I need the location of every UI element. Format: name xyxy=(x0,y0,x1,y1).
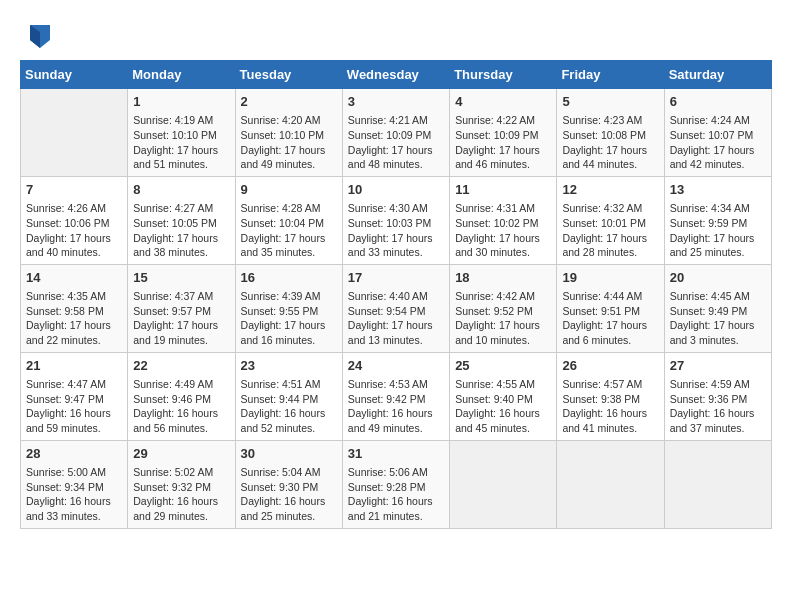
day-info: Sunrise: 4:21 AMSunset: 10:09 PMDaylight… xyxy=(348,113,444,172)
calendar-cell: 26Sunrise: 4:57 AMSunset: 9:38 PMDayligh… xyxy=(557,352,664,440)
day-number: 21 xyxy=(26,357,122,375)
calendar-cell: 7Sunrise: 4:26 AMSunset: 10:06 PMDayligh… xyxy=(21,176,128,264)
header-row: SundayMondayTuesdayWednesdayThursdayFrid… xyxy=(21,61,772,89)
day-info: Sunrise: 4:53 AMSunset: 9:42 PMDaylight:… xyxy=(348,377,444,436)
calendar-cell: 17Sunrise: 4:40 AMSunset: 9:54 PMDayligh… xyxy=(342,264,449,352)
logo xyxy=(20,20,52,50)
calendar-cell: 15Sunrise: 4:37 AMSunset: 9:57 PMDayligh… xyxy=(128,264,235,352)
week-row-4: 21Sunrise: 4:47 AMSunset: 9:47 PMDayligh… xyxy=(21,352,772,440)
day-number: 1 xyxy=(133,93,229,111)
calendar-cell: 19Sunrise: 4:44 AMSunset: 9:51 PMDayligh… xyxy=(557,264,664,352)
day-info: Sunrise: 4:49 AMSunset: 9:46 PMDaylight:… xyxy=(133,377,229,436)
day-info: Sunrise: 4:44 AMSunset: 9:51 PMDaylight:… xyxy=(562,289,658,348)
header-day-saturday: Saturday xyxy=(664,61,771,89)
calendar-cell: 20Sunrise: 4:45 AMSunset: 9:49 PMDayligh… xyxy=(664,264,771,352)
calendar-cell: 31Sunrise: 5:06 AMSunset: 9:28 PMDayligh… xyxy=(342,440,449,528)
day-number: 20 xyxy=(670,269,766,287)
week-row-5: 28Sunrise: 5:00 AMSunset: 9:34 PMDayligh… xyxy=(21,440,772,528)
day-number: 30 xyxy=(241,445,337,463)
calendar-cell xyxy=(21,89,128,177)
day-info: Sunrise: 5:04 AMSunset: 9:30 PMDaylight:… xyxy=(241,465,337,524)
day-number: 12 xyxy=(562,181,658,199)
day-info: Sunrise: 4:45 AMSunset: 9:49 PMDaylight:… xyxy=(670,289,766,348)
calendar-cell: 14Sunrise: 4:35 AMSunset: 9:58 PMDayligh… xyxy=(21,264,128,352)
calendar-cell xyxy=(450,440,557,528)
calendar-cell: 28Sunrise: 5:00 AMSunset: 9:34 PMDayligh… xyxy=(21,440,128,528)
calendar-cell: 11Sunrise: 4:31 AMSunset: 10:02 PMDaylig… xyxy=(450,176,557,264)
day-info: Sunrise: 4:51 AMSunset: 9:44 PMDaylight:… xyxy=(241,377,337,436)
day-number: 18 xyxy=(455,269,551,287)
calendar-cell: 1Sunrise: 4:19 AMSunset: 10:10 PMDayligh… xyxy=(128,89,235,177)
day-info: Sunrise: 4:37 AMSunset: 9:57 PMDaylight:… xyxy=(133,289,229,348)
day-info: Sunrise: 4:20 AMSunset: 10:10 PMDaylight… xyxy=(241,113,337,172)
calendar-cell: 29Sunrise: 5:02 AMSunset: 9:32 PMDayligh… xyxy=(128,440,235,528)
day-number: 29 xyxy=(133,445,229,463)
calendar-cell: 12Sunrise: 4:32 AMSunset: 10:01 PMDaylig… xyxy=(557,176,664,264)
day-info: Sunrise: 4:47 AMSunset: 9:47 PMDaylight:… xyxy=(26,377,122,436)
calendar-cell: 27Sunrise: 4:59 AMSunset: 9:36 PMDayligh… xyxy=(664,352,771,440)
day-number: 4 xyxy=(455,93,551,111)
day-number: 26 xyxy=(562,357,658,375)
calendar-cell: 4Sunrise: 4:22 AMSunset: 10:09 PMDayligh… xyxy=(450,89,557,177)
day-number: 31 xyxy=(348,445,444,463)
header-day-thursday: Thursday xyxy=(450,61,557,89)
week-row-2: 7Sunrise: 4:26 AMSunset: 10:06 PMDayligh… xyxy=(21,176,772,264)
day-number: 23 xyxy=(241,357,337,375)
day-info: Sunrise: 5:06 AMSunset: 9:28 PMDaylight:… xyxy=(348,465,444,524)
day-info: Sunrise: 4:57 AMSunset: 9:38 PMDaylight:… xyxy=(562,377,658,436)
header-day-monday: Monday xyxy=(128,61,235,89)
day-number: 25 xyxy=(455,357,551,375)
day-number: 6 xyxy=(670,93,766,111)
calendar-header: SundayMondayTuesdayWednesdayThursdayFrid… xyxy=(21,61,772,89)
day-info: Sunrise: 4:34 AMSunset: 9:59 PMDaylight:… xyxy=(670,201,766,260)
header-day-sunday: Sunday xyxy=(21,61,128,89)
day-number: 8 xyxy=(133,181,229,199)
calendar-cell: 24Sunrise: 4:53 AMSunset: 9:42 PMDayligh… xyxy=(342,352,449,440)
day-number: 3 xyxy=(348,93,444,111)
calendar-cell: 9Sunrise: 4:28 AMSunset: 10:04 PMDayligh… xyxy=(235,176,342,264)
day-info: Sunrise: 4:31 AMSunset: 10:02 PMDaylight… xyxy=(455,201,551,260)
day-number: 2 xyxy=(241,93,337,111)
page-header xyxy=(20,20,772,50)
day-info: Sunrise: 4:35 AMSunset: 9:58 PMDaylight:… xyxy=(26,289,122,348)
day-info: Sunrise: 5:00 AMSunset: 9:34 PMDaylight:… xyxy=(26,465,122,524)
calendar-cell: 13Sunrise: 4:34 AMSunset: 9:59 PMDayligh… xyxy=(664,176,771,264)
day-info: Sunrise: 4:40 AMSunset: 9:54 PMDaylight:… xyxy=(348,289,444,348)
day-number: 14 xyxy=(26,269,122,287)
day-number: 5 xyxy=(562,93,658,111)
week-row-3: 14Sunrise: 4:35 AMSunset: 9:58 PMDayligh… xyxy=(21,264,772,352)
day-number: 11 xyxy=(455,181,551,199)
calendar-cell: 22Sunrise: 4:49 AMSunset: 9:46 PMDayligh… xyxy=(128,352,235,440)
calendar-cell: 18Sunrise: 4:42 AMSunset: 9:52 PMDayligh… xyxy=(450,264,557,352)
calendar-cell: 3Sunrise: 4:21 AMSunset: 10:09 PMDayligh… xyxy=(342,89,449,177)
calendar-cell: 2Sunrise: 4:20 AMSunset: 10:10 PMDayligh… xyxy=(235,89,342,177)
header-day-friday: Friday xyxy=(557,61,664,89)
calendar-cell xyxy=(664,440,771,528)
day-info: Sunrise: 4:55 AMSunset: 9:40 PMDaylight:… xyxy=(455,377,551,436)
day-number: 15 xyxy=(133,269,229,287)
day-number: 19 xyxy=(562,269,658,287)
day-number: 10 xyxy=(348,181,444,199)
calendar-cell: 8Sunrise: 4:27 AMSunset: 10:05 PMDayligh… xyxy=(128,176,235,264)
day-info: Sunrise: 4:39 AMSunset: 9:55 PMDaylight:… xyxy=(241,289,337,348)
header-day-wednesday: Wednesday xyxy=(342,61,449,89)
calendar-body: 1Sunrise: 4:19 AMSunset: 10:10 PMDayligh… xyxy=(21,89,772,529)
week-row-1: 1Sunrise: 4:19 AMSunset: 10:10 PMDayligh… xyxy=(21,89,772,177)
day-info: Sunrise: 4:27 AMSunset: 10:05 PMDaylight… xyxy=(133,201,229,260)
calendar-cell: 21Sunrise: 4:47 AMSunset: 9:47 PMDayligh… xyxy=(21,352,128,440)
day-info: Sunrise: 4:22 AMSunset: 10:09 PMDaylight… xyxy=(455,113,551,172)
day-info: Sunrise: 5:02 AMSunset: 9:32 PMDaylight:… xyxy=(133,465,229,524)
day-number: 9 xyxy=(241,181,337,199)
calendar-cell: 5Sunrise: 4:23 AMSunset: 10:08 PMDayligh… xyxy=(557,89,664,177)
calendar-cell: 10Sunrise: 4:30 AMSunset: 10:03 PMDaylig… xyxy=(342,176,449,264)
calendar-cell: 23Sunrise: 4:51 AMSunset: 9:44 PMDayligh… xyxy=(235,352,342,440)
day-info: Sunrise: 4:26 AMSunset: 10:06 PMDaylight… xyxy=(26,201,122,260)
day-info: Sunrise: 4:19 AMSunset: 10:10 PMDaylight… xyxy=(133,113,229,172)
day-info: Sunrise: 4:32 AMSunset: 10:01 PMDaylight… xyxy=(562,201,658,260)
calendar-cell: 25Sunrise: 4:55 AMSunset: 9:40 PMDayligh… xyxy=(450,352,557,440)
day-info: Sunrise: 4:42 AMSunset: 9:52 PMDaylight:… xyxy=(455,289,551,348)
day-info: Sunrise: 4:23 AMSunset: 10:08 PMDaylight… xyxy=(562,113,658,172)
calendar-cell: 6Sunrise: 4:24 AMSunset: 10:07 PMDayligh… xyxy=(664,89,771,177)
day-number: 27 xyxy=(670,357,766,375)
day-number: 16 xyxy=(241,269,337,287)
